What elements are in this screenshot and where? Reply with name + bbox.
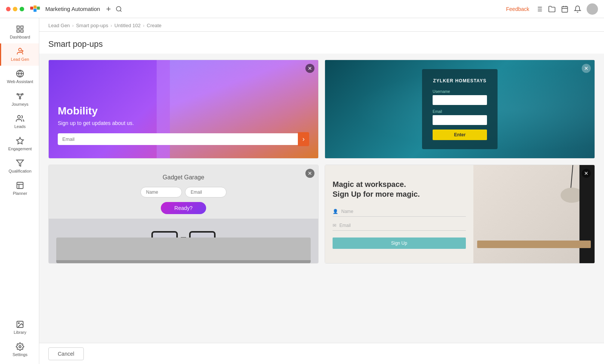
breadcrumb-sep-1: › [72,23,74,28]
user-avatar[interactable] [587,3,598,15]
tmpl1-subtitle: Sign up to get updates about us. [58,120,309,126]
svg-rect-3 [34,9,37,12]
journeys-label: Journeys [12,102,29,107]
email-icon: ✉ [333,223,336,228]
sidebar-item-lead-gen[interactable]: Lead Gen [0,43,39,66]
lead-gen-label: Lead Gen [11,57,29,62]
leads-label: Leads [14,124,26,129]
minimize-traffic-light[interactable] [13,7,17,11]
sidebar-item-engagement[interactable]: Engagement [0,133,39,155]
tmpl2-email-field [433,115,487,125]
template-card-mobility[interactable]: Mobility Sign up to get updates about us… [48,60,319,159]
tmpl4-email-row: ✉ Email [333,221,466,231]
cancel-button[interactable]: Cancel [48,347,84,360]
planner-label: Planner [13,191,27,196]
app-body: Dashboard Lead Gen Web Assistant Journey… [0,18,604,364]
sidebar-item-dashboard[interactable]: Dashboard [0,21,39,43]
tmpl1-email-input[interactable] [58,133,298,145]
sidebar-item-planner[interactable]: Planner [0,177,39,200]
sidebar-item-qualification[interactable]: Qualification [0,155,39,177]
sidebar-item-journeys[interactable]: Journeys [0,88,39,111]
engagement-icon [16,137,24,145]
feedback-button[interactable]: Feedback [506,6,529,12]
search-icon [116,6,122,12]
svg-rect-17 [21,26,23,28]
tmpl4-title: Magic at workspace.Sign Up for more magi… [333,179,466,199]
templates-grid: Mobility Sign up to get updates about us… [48,60,595,264]
svg-point-26 [19,97,21,99]
bell-icon[interactable] [574,5,581,13]
breadcrumb-sep-2: › [111,23,112,28]
sidebar-item-web-assistant[interactable]: Web Assistant [0,66,39,88]
title-bar: Marketing Automation + Feedback [0,0,604,18]
tmpl2-brand: ZYLKER HOMESTAYS [433,78,487,83]
tmpl3-email-input[interactable] [185,187,226,197]
tmpl1-close-btn[interactable]: ✕ [305,64,314,73]
tmpl3-close-btn[interactable]: ✕ [305,169,314,178]
page-header: Smart pop-ups [39,32,604,54]
tmpl4-content: Magic at workspace.Sign Up for more magi… [325,165,473,263]
folder-icon[interactable] [548,5,556,13]
header-right: Feedback [506,3,598,15]
calendar-icon[interactable] [561,5,569,13]
close-traffic-light[interactable] [6,7,11,11]
template-card-zylker[interactable]: ZYLKER HOMESTAYS Username Email Enter ✕ [325,60,595,159]
tmpl3-form-row [140,187,226,197]
svg-rect-31 [17,182,23,189]
template-card-gadget[interactable]: Gadget Garage Ready? [48,165,319,264]
svg-point-4 [116,6,121,11]
add-button[interactable]: + [106,4,111,14]
header-icon-group [535,3,598,15]
tmpl1-content: Mobility Sign up to get updates about us… [49,60,318,158]
search-button[interactable] [116,6,122,12]
tmpl1-submit-btn[interactable]: › [298,132,309,146]
svg-rect-12 [562,6,568,12]
breadcrumb-smart-popups[interactable]: Smart pop-ups [76,23,108,28]
name-icon: 👤 [333,209,338,214]
template-preview-zylker: ZYLKER HOMESTAYS Username Email Enter ✕ [325,60,595,158]
page-title: Smart pop-ups [48,39,595,49]
leads-icon [16,114,24,123]
svg-marker-30 [17,160,23,167]
web-assistant-label: Web Assistant [7,79,33,84]
traffic-lights [6,7,24,11]
engagement-label: Engagement [8,147,32,151]
tmpl4-email-text: Email [339,223,466,228]
breadcrumb-untitled[interactable]: Untitled 102 [114,23,140,28]
tmpl3-ready-btn[interactable]: Ready? [161,202,206,214]
sidebar-item-settings[interactable]: Settings [0,339,39,361]
sidebar: Dashboard Lead Gen Web Assistant Journey… [0,18,39,364]
breadcrumb-lead-gen[interactable]: Lead Gen [48,23,70,28]
tmpl3-glasses-area [49,219,318,263]
app-logo: Marketing Automation [30,5,100,13]
tmpl2-username-label: Username [433,89,487,94]
tmpl3-brand: Gadget Garage [163,174,204,181]
tmpl4-img [473,165,595,263]
tmpl1-title: Mobility [58,105,309,117]
svg-point-28 [18,116,20,118]
app-name-label: Marketing Automation [45,6,100,12]
template-preview-mobility: Mobility Sign up to get updates about us… [49,60,318,158]
template-card-magic[interactable]: Magic at workspace.Sign Up for more magi… [325,165,595,264]
maximize-traffic-light[interactable] [20,7,24,11]
svg-rect-1 [34,5,37,8]
sidebar-item-leads[interactable]: Leads [0,111,39,133]
lamp-decoration [473,165,595,263]
list-icon[interactable] [535,5,543,13]
tmpl2-enter-btn[interactable]: Enter [433,130,487,140]
tmpl4-close-btn[interactable]: ✕ [582,169,591,178]
qualification-icon [16,159,24,167]
template-preview-gadget: Gadget Garage Ready? [49,165,318,263]
settings-icon [16,342,24,351]
laptop-shape [56,238,311,263]
tmpl3-name-input[interactable] [140,187,182,197]
sidebar-item-library[interactable]: Library [0,316,39,339]
svg-rect-16 [17,26,19,28]
tmpl2-close-btn[interactable]: ✕ [582,64,591,73]
tmpl4-name-row: 👤 Name [333,207,466,217]
tmpl2-overlay: ZYLKER HOMESTAYS Username Email Enter [422,69,498,149]
tmpl4-signup-btn[interactable]: Sign Up [333,238,466,249]
svg-marker-29 [17,137,23,144]
svg-rect-18 [21,30,23,32]
tmpl4-name-text: Name [341,209,466,214]
